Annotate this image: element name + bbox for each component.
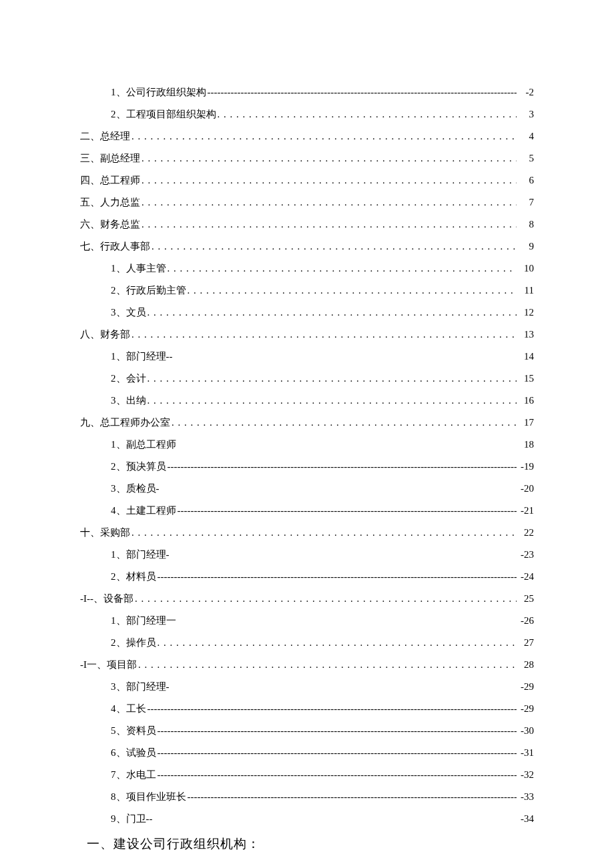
toc-entry: 2、行政后勤主管11	[111, 284, 534, 298]
toc-leader	[151, 240, 517, 254]
toc-leader	[135, 592, 517, 606]
toc-entry: 7、水电工 -32	[111, 768, 534, 782]
toc-label: 二、总经理	[80, 129, 130, 143]
toc-leader	[188, 790, 517, 804]
toc-label: 十、采购部	[80, 526, 130, 540]
toc-leader	[147, 394, 517, 408]
toc-leader	[141, 173, 517, 187]
document-page: 1、公司行政组织架构 -22、工程项目部组织架构3二、总经理4三、副总经理5四、…	[0, 0, 614, 853]
toc-label: 3、出纳	[111, 394, 146, 408]
toc-label: 1、部门经理一	[111, 614, 176, 628]
toc-entry: 2、会计15	[111, 372, 534, 386]
toc-entry: 3、部门经理--29	[111, 680, 534, 694]
toc-leader	[168, 460, 517, 474]
toc-label: 3、文员	[111, 306, 146, 320]
toc-entry: 5、资料员 -30	[111, 724, 534, 738]
toc-label: 1、公司行政组织架构	[111, 85, 206, 99]
toc-label: 3、部门经理-	[111, 680, 170, 694]
toc-page-number: 25	[518, 592, 534, 606]
toc-entry: 五、人力总监7	[80, 195, 534, 209]
toc-page-number: -26	[518, 614, 534, 628]
toc-label: 1、人事主管	[111, 262, 166, 276]
toc-page-number: 16	[518, 394, 534, 408]
toc-label: 1、副总工程师	[111, 438, 176, 452]
toc-leader	[158, 768, 517, 782]
toc-entry: -I--、设备部25	[80, 592, 534, 606]
toc-entry: 4、土建工程师-21	[111, 504, 534, 518]
toc-page-number: -29	[518, 702, 534, 716]
toc-leader	[138, 658, 517, 672]
toc-page-number: -34	[518, 812, 534, 826]
toc-leader	[141, 151, 517, 165]
toc-label: -I一、项目部	[80, 658, 137, 672]
toc-label: 8、项目作业班长	[111, 790, 186, 804]
toc-entry: 3、质检员--20	[111, 482, 534, 496]
toc-page-number: -29	[518, 680, 534, 694]
toc-label: 2、操作员	[111, 636, 156, 650]
toc-page-number: -24	[518, 570, 534, 584]
toc-leader	[178, 504, 517, 518]
toc-entry: -I一、项目部28	[80, 658, 534, 672]
toc-leader	[172, 416, 517, 430]
toc-page-number: 4	[518, 129, 534, 143]
toc-entry: 2、预决算员 -19	[111, 460, 534, 474]
toc-entry: 四、总工程师6	[80, 173, 534, 187]
toc-page-number: 15	[518, 372, 534, 386]
toc-label: -I--、设备部	[80, 592, 133, 606]
toc-label: 九、总工程师办公室	[80, 416, 170, 430]
toc-entry: 六、财务总监8	[80, 218, 534, 232]
toc-label: 3、质检员-	[111, 482, 160, 496]
toc-label: 5、资料员	[111, 724, 156, 738]
table-of-contents: 1、公司行政组织架构 -22、工程项目部组织架构3二、总经理4三、副总经理5四、…	[80, 85, 534, 826]
toc-leader	[147, 372, 517, 386]
toc-leader	[131, 129, 517, 143]
toc-entry: 1、部门经理--23	[111, 548, 534, 562]
toc-leader	[168, 262, 517, 276]
toc-leader	[158, 636, 517, 650]
toc-page-number: 8	[518, 218, 534, 232]
toc-leader	[158, 724, 517, 738]
section-heading: 一、建设公司行政组织机构：	[87, 835, 534, 853]
toc-label: 五、人力总监	[80, 195, 140, 209]
toc-page-number: -32	[518, 768, 534, 782]
toc-entry: 七、行政人事部9	[80, 240, 534, 254]
toc-label: 4、工长	[111, 702, 146, 716]
toc-page-number: 18	[518, 438, 534, 452]
toc-entry: 3、出纳16	[111, 394, 534, 408]
toc-entry: 1、部门经理--14	[111, 350, 534, 364]
toc-leader	[141, 218, 517, 232]
toc-label: 六、财务总监	[80, 218, 140, 232]
toc-page-number: 27	[518, 636, 534, 650]
toc-entry: 1、公司行政组织架构 -2	[111, 85, 534, 99]
toc-label: 1、部门经理-	[111, 548, 170, 562]
toc-entry: 十、采购部22	[80, 526, 534, 540]
toc-leader	[158, 746, 517, 760]
toc-entry: 1、人事主管10	[111, 262, 534, 276]
toc-entry: 2、操作员27	[111, 636, 534, 650]
toc-page-number: -33	[518, 790, 534, 804]
toc-page-number: -31	[518, 746, 534, 760]
toc-label: 1、部门经理--	[111, 350, 173, 364]
toc-entry: 2、工程项目部组织架构3	[111, 107, 534, 121]
toc-page-number: 17	[518, 416, 534, 430]
toc-page-number: -2	[518, 85, 534, 99]
toc-leader	[158, 570, 517, 584]
toc-entry: 3、文员12	[111, 306, 534, 320]
toc-leader	[147, 306, 517, 320]
toc-entry: 4、工长 -29	[111, 702, 534, 716]
toc-page-number: -21	[518, 504, 534, 518]
toc-label: 2、行政后勤主管	[111, 284, 186, 298]
toc-label: 三、副总经理	[80, 151, 140, 165]
toc-entry: 8、项目作业班长-33	[111, 790, 534, 804]
toc-page-number: -19	[518, 460, 534, 474]
toc-entry: 八、财务部13	[80, 328, 534, 342]
toc-entry: 9、门卫---34	[111, 812, 534, 826]
toc-page-number: -30	[518, 724, 534, 738]
toc-entry: 2、材料员 -24	[111, 570, 534, 584]
toc-page-number: 5	[518, 151, 534, 165]
toc-label: 6、试验员	[111, 746, 156, 760]
toc-entry: 6、试验员 -31	[111, 746, 534, 760]
toc-entry: 1、副总工程师18	[111, 438, 534, 452]
toc-leader	[218, 107, 517, 121]
toc-page-number: 10	[518, 262, 534, 276]
